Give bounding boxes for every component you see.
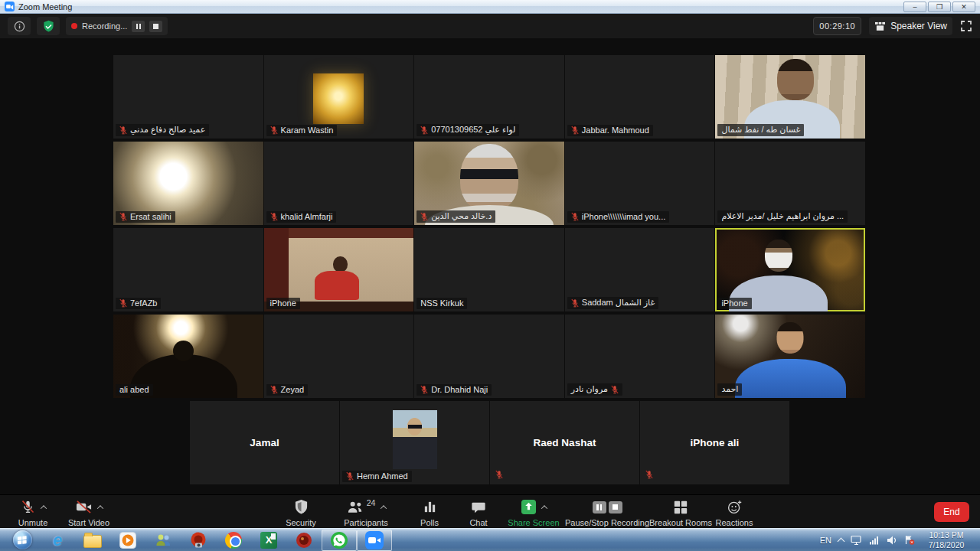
stop-recording-button[interactable] <box>149 21 162 32</box>
participants-button[interactable]: 24 Participants <box>335 497 397 527</box>
network-signal-icon[interactable] <box>869 536 880 545</box>
participant-tile[interactable]: ... مروان ابراهيم خليل /مدير الاعلام <box>715 142 865 225</box>
unmute-button[interactable]: Unmute <box>8 497 58 527</box>
restore-button[interactable]: ❒ <box>928 2 951 12</box>
participant-tile[interactable]: Karam Wastin <box>264 55 414 139</box>
camera-app-icon[interactable] <box>286 530 322 551</box>
mic-muted-icon <box>20 499 36 515</box>
participant-tile[interactable]: Ersat salihi <box>113 142 263 225</box>
show-hidden-icons-caret[interactable] <box>838 537 845 545</box>
participant-tile[interactable]: iPhone\\\\\\\imad you... <box>565 142 715 225</box>
participant-name: Raed Nashat <box>490 401 639 484</box>
participants-options-caret[interactable] <box>381 505 387 511</box>
participant-tile[interactable]: ali abed <box>113 315 263 398</box>
zoom-taskbar-icon[interactable] <box>357 530 392 551</box>
stop-icon[interactable] <box>609 501 622 514</box>
encryption-shield-button[interactable] <box>37 17 60 35</box>
share-options-caret[interactable] <box>541 505 547 511</box>
pause-recording-button[interactable] <box>132 21 145 32</box>
participant-name: Zeyad <box>281 385 305 394</box>
volume-icon[interactable] <box>887 536 897 545</box>
participant-tile[interactable]: لواء علي 07701309652 <box>414 55 564 139</box>
participant-name: NSS Kirkuk <box>420 298 463 308</box>
participant-name: Ersat salihi <box>130 212 172 221</box>
internet-explorer-icon[interactable]: e <box>40 530 75 551</box>
meeting-timer: 00:29:10 <box>813 17 861 35</box>
reactions-button[interactable]: Reactions <box>709 497 760 527</box>
participant-tile[interactable]: 7efAZb <box>113 228 263 311</box>
close-button[interactable]: ✕ <box>952 2 975 12</box>
participant-tile[interactable]: احمد <box>715 315 865 398</box>
participant-nameplate: لواء علي 07701309652 <box>416 124 519 136</box>
fullscreen-button[interactable] <box>960 20 972 32</box>
desktop-screen: Zoom Meeting – ❒ ✕ Recording... 00:29:10… <box>0 0 980 551</box>
meeting-topbar: Recording... 00:29:10 Speaker View <box>0 14 980 38</box>
recording-indicator: Recording... <box>66 17 168 35</box>
muted-mic-icon <box>119 126 127 135</box>
minimize-button[interactable]: – <box>903 2 926 12</box>
participant-tile[interactable]: Saddam غاز الشمال <box>565 228 715 311</box>
participant-tile[interactable]: غسان طه / نفط شمال <box>715 55 865 139</box>
start-button[interactable] <box>5 530 40 551</box>
participant-name: Jabbar. Mahmoud <box>582 126 649 135</box>
muted-mic-icon <box>420 126 428 135</box>
screen-recorder-icon[interactable] <box>181 530 216 551</box>
participant-tile[interactable]: iPhone ali <box>640 401 789 484</box>
speaker-view-button[interactable]: Speaker View <box>869 17 952 35</box>
participant-tile[interactable]: Raed Nashat <box>490 401 639 484</box>
meeting-info-button[interactable] <box>8 17 31 35</box>
start-video-button[interactable]: Start Video <box>61 497 116 527</box>
participant-nameplate: Karam Wastin <box>266 125 338 136</box>
breakout-rooms-button[interactable]: Breakout Rooms <box>648 497 714 527</box>
share-screen-button[interactable]: Share Screen <box>499 497 568 527</box>
taskbar-clock[interactable]: 10:13 PM 7/18/2020 <box>922 530 971 550</box>
participant-name: د.خالد محي الدين <box>431 211 492 221</box>
participant-tile[interactable]: iPhone <box>264 228 414 311</box>
pause-stop-recording-button[interactable]: Pause/Stop Recording <box>567 497 648 527</box>
participant-tile[interactable]: khalid Almfarji <box>264 142 414 225</box>
whatsapp-icon[interactable] <box>322 530 357 551</box>
participant-tile[interactable]: Zeyad <box>264 315 414 398</box>
participant-tile[interactable]: مروان نادر <box>565 315 715 398</box>
participant-tile[interactable]: Jabbar. Mahmoud <box>565 55 715 139</box>
messenger-icon[interactable] <box>145 530 181 551</box>
security-button[interactable]: Security <box>277 497 325 527</box>
participant-tile[interactable]: د.خالد محي الدين <box>414 142 564 225</box>
display-tray-icon[interactable] <box>851 535 862 546</box>
unmute-label: Unmute <box>18 518 48 527</box>
participant-nameplate: iPhone\\\\\\\imad you... <box>567 211 669 223</box>
participant-tile[interactable]: عميد صالح دفاع مدني <box>113 55 263 139</box>
polls-button[interactable]: Polls <box>412 497 447 527</box>
polls-icon <box>423 499 437 515</box>
chat-icon <box>471 500 486 515</box>
participant-nameplate: Jabbar. Mahmoud <box>567 125 653 136</box>
breakout-rooms-label: Breakout Rooms <box>649 518 712 527</box>
action-center-flag-icon[interactable] <box>904 535 915 545</box>
pause-icon[interactable] <box>593 501 606 514</box>
record-label: Pause/Stop Recording <box>565 518 649 527</box>
participant-tile[interactable]: NSS Kirkuk <box>414 228 564 311</box>
video-options-caret[interactable] <box>97 505 103 511</box>
participant-name: 7efAZb <box>130 298 157 308</box>
window-title: Zoom Meeting <box>18 2 72 11</box>
muted-mic-icon <box>611 385 619 394</box>
participant-name: Karam Wastin <box>281 126 334 135</box>
excel-icon[interactable]: X <box>251 530 286 551</box>
audio-options-caret[interactable] <box>41 505 47 511</box>
file-explorer-icon[interactable] <box>75 530 110 551</box>
participant-name: Jamal <box>190 401 339 484</box>
participant-tile[interactable]: iPhone <box>715 228 865 311</box>
share-screen-label: Share Screen <box>508 518 559 527</box>
participant-name: iPhone <box>270 298 296 308</box>
end-meeting-button[interactable]: End <box>934 502 969 522</box>
media-player-icon[interactable] <box>110 530 145 551</box>
participant-tile[interactable]: Hemn Ahmed <box>340 401 489 484</box>
participant-tile[interactable]: Dr. Dhahid Naji <box>414 315 564 398</box>
chrome-icon[interactable] <box>216 530 251 551</box>
chat-button[interactable]: Chat <box>461 497 496 527</box>
participant-nameplate: عميد صالح دفاع مدني <box>116 124 209 136</box>
participant-tile[interactable]: Jamal <box>190 401 339 484</box>
language-indicator[interactable]: EN <box>820 536 831 545</box>
participant-name: Dr. Dhahid Naji <box>431 385 488 394</box>
chat-label: Chat <box>469 518 487 527</box>
